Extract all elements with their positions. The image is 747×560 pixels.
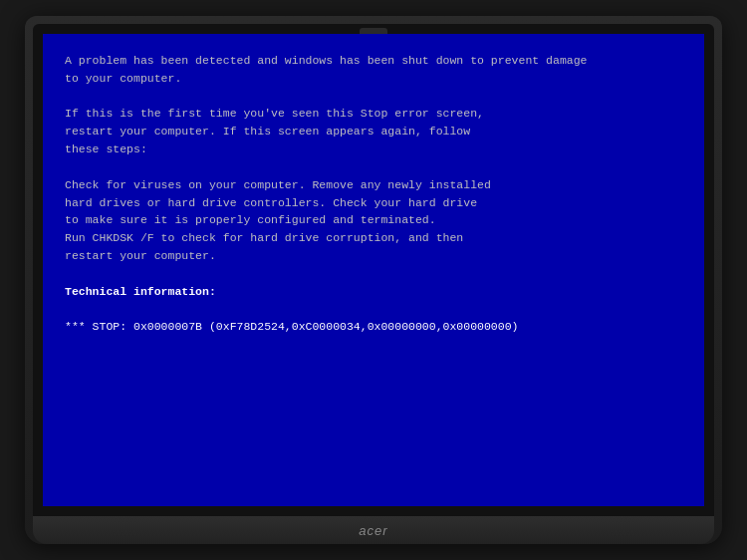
screen-bezel: A problem has been detected and windows … <box>33 24 714 516</box>
brand-label: acer <box>359 523 387 538</box>
laptop-outer: A problem has been detected and windows … <box>25 16 722 544</box>
bsod-text: A problem has been detected and windows … <box>65 52 682 336</box>
laptop-bottom: acer <box>33 516 714 544</box>
bsod-screen: A problem has been detected and windows … <box>43 34 704 506</box>
